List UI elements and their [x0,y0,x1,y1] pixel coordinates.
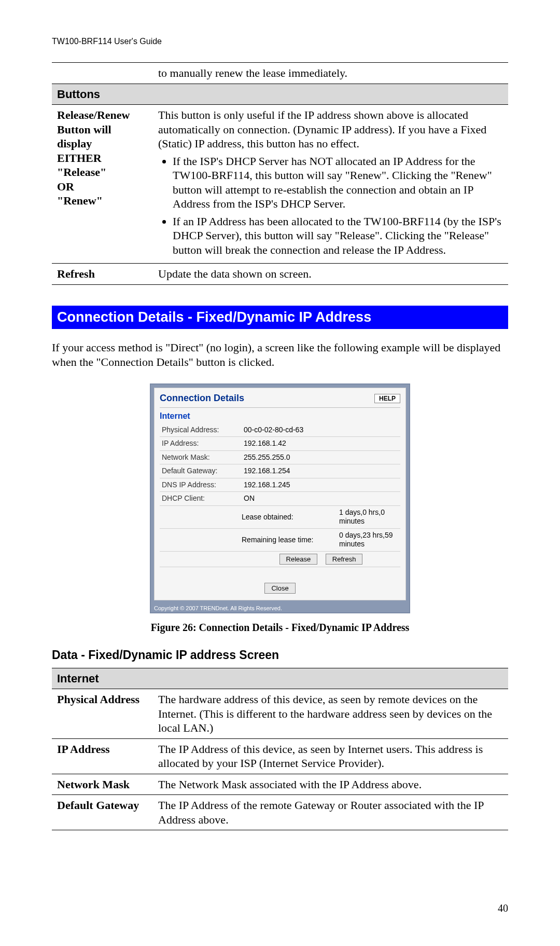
sub-heading: Data - Fixed/Dynamic IP address Screen [52,648,508,663]
refresh-button[interactable]: Refresh [326,554,363,565]
physical-address-desc: The hardware address of this device, as … [153,689,508,739]
network-mask-desc: The Network Mask associated with the IP … [153,774,508,795]
dlg-dhcp-client-k: DHCP Client: [160,492,242,506]
dlg-dhcp-client-v: ON [242,492,400,506]
dlg-dns-ip-v: 192.168.1.245 [242,478,400,492]
dlg-default-gateway-k: Default Gateway: [160,464,242,478]
figure-caption: Figure 26: Connection Details - Fixed/Dy… [52,621,508,634]
dlg-network-mask-v: 255.255.255.0 [242,450,400,464]
dlg-remaining-lease-v: 0 days,23 hrs,59 minutes [337,528,400,551]
ip-address-desc: The IP Address of this device, as seen b… [153,738,508,774]
dlg-lease-obtained-v: 1 days,0 hrs,0 minutes [337,505,400,528]
refresh-label: Refresh [52,264,153,285]
physical-address-label: Physical Address [52,689,153,739]
close-button[interactable]: Close [264,583,295,594]
page-header: TW100-BRF114 User's Guide [52,36,508,47]
dlg-dns-ip-k: DNS IP Address: [160,478,242,492]
section-heading: Connection Details - Fixed/Dynamic IP Ad… [52,306,508,330]
release-button[interactable]: Release [279,554,318,565]
dlg-network-mask-k: Network Mask: [160,450,242,464]
help-button[interactable]: HELP [374,394,400,403]
refresh-desc: Update the data shown on screen. [153,264,508,285]
intro-paragraph: If your access method is "Direct" (no lo… [52,340,508,369]
release-renew-label: Release/Renew Button will display EITHER… [52,105,153,264]
default-gateway-label: Default Gateway [52,795,153,830]
dlg-lease-obtained-k: Lease obtained: [242,505,337,528]
default-gateway-desc: The IP Address of the remote Gateway or … [153,795,508,830]
dlg-physical-address-v: 00-c0-02-80-cd-63 [242,423,400,437]
dlg-physical-address-k: Physical Address: [160,423,242,437]
dialog-title: Connection Details [160,392,244,404]
internet-section-header: Internet [52,668,508,689]
network-mask-label: Network Mask [52,774,153,795]
dlg-ip-address-k: IP Address: [160,437,242,451]
dlg-remaining-lease-k: Remaining lease time: [242,528,337,551]
dialog-copyright: Copyright © 2007 TRENDnet. All Rights Re… [151,604,409,612]
buttons-section-header: Buttons [52,84,508,105]
buttons-table: to manually renew the lease immediately.… [52,62,508,285]
ip-address-label: IP Address [52,738,153,774]
figure: Connection Details HELP Internet Physica… [52,383,508,614]
page-number: 40 [498,902,508,915]
release-renew-desc: This button is only useful if the IP add… [153,105,508,264]
carry-over-text: to manually renew the lease immediately. [153,63,508,84]
dlg-default-gateway-v: 192.168.1.254 [242,464,400,478]
dialog-section-internet: Internet [160,411,400,421]
dlg-ip-address-v: 192.168.1.42 [242,437,400,451]
internet-table: Internet Physical Address The hardware a… [52,668,508,831]
